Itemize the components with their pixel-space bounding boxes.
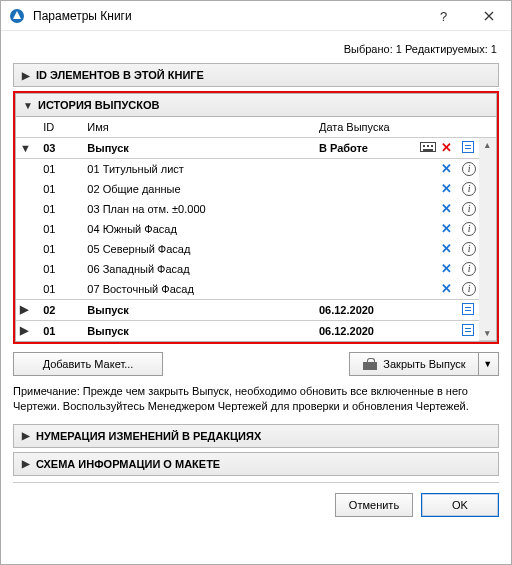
section-ids-title: ID ЭЛЕМЕНТОВ В ЭТОЙ КНИГЕ <box>36 69 204 81</box>
history-buttons: Добавить Макет... Закрыть Выпуск ▼ <box>13 352 499 376</box>
close-issue-button[interactable]: Закрыть Выпуск ▼ <box>349 352 499 376</box>
layout-row[interactable]: 01 03 План на отм. ±0.000 ✕ i <box>16 199 496 219</box>
dialog-footer: Отменить OK <box>13 482 499 517</box>
info-icon[interactable]: i <box>462 182 476 196</box>
chevron-right-icon: ▶ <box>20 430 32 441</box>
col-id[interactable]: ID <box>39 117 83 137</box>
info-icon[interactable]: i <box>462 242 476 256</box>
col-name[interactable]: Имя <box>83 117 315 137</box>
layout-row[interactable]: 01 05 Северный Фасад ✕ i <box>16 239 496 259</box>
scrollbar[interactable]: ▴ ▾ <box>479 137 496 341</box>
note-text: Примечание: Прежде чем закрыть Выпуск, н… <box>13 384 499 414</box>
section-numbering-title: НУМЕРАЦИЯ ИЗМЕНЕНИЙ В РЕДАКЦИЯХ <box>36 430 261 442</box>
scroll-up-icon[interactable]: ▴ <box>479 138 496 152</box>
section-layout-info[interactable]: ▶ СХЕМА ИНФОРМАЦИИ О МАКЕТЕ <box>13 452 499 476</box>
expand-toggle[interactable]: ▼ <box>16 137 39 158</box>
info-icon[interactable]: i <box>462 262 476 276</box>
remove-icon[interactable]: ✕ <box>441 221 452 236</box>
layout-row[interactable]: 01 06 Западный Фасад ✕ i <box>16 259 496 279</box>
chevron-right-icon: ▶ <box>20 458 32 469</box>
section-layout-info-title: СХЕМА ИНФОРМАЦИИ О МАКЕТЕ <box>36 458 220 470</box>
info-icon[interactable]: i <box>462 162 476 176</box>
history-grid: ID Имя Дата Выпуска ▼ 03 Выпуск В Работе <box>16 117 496 341</box>
layout-row[interactable]: 01 04 Южный Фасад ✕ i <box>16 219 496 239</box>
book-icon[interactable] <box>462 303 474 315</box>
remove-icon[interactable]: ✕ <box>441 140 452 155</box>
scroll-down-icon[interactable]: ▾ <box>479 326 496 340</box>
issue-row[interactable]: ▶ 01 Выпуск 06.12.2020 <box>16 320 496 341</box>
ok-button[interactable]: OK <box>421 493 499 517</box>
keyboard-icon[interactable] <box>420 142 436 152</box>
titlebar: Параметры Книги ? <box>1 1 511 31</box>
issue-id: 03 <box>39 137 83 158</box>
close-issue-dropdown[interactable]: ▼ <box>479 359 497 369</box>
layout-row[interactable]: 01 07 Восточный Фасад ✕ i <box>16 279 496 300</box>
history-header-row: ID Имя Дата Выпуска <box>16 117 496 137</box>
expand-toggle[interactable]: ▶ <box>16 320 39 341</box>
app-icon <box>9 8 25 24</box>
issue-row[interactable]: ▶ 02 Выпуск 06.12.2020 <box>16 299 496 320</box>
close-window-button[interactable] <box>466 1 511 31</box>
issue-name: Выпуск <box>83 137 315 158</box>
selection-status: Выбрано: 1 Редактируемых: 1 <box>13 37 499 63</box>
svg-text:?: ? <box>440 9 447 23</box>
info-icon[interactable]: i <box>462 202 476 216</box>
issue-row[interactable]: ▼ 03 Выпуск В Работе ✕ ▴ ▾ <box>16 137 496 158</box>
add-layout-button[interactable]: Добавить Макет... <box>13 352 163 376</box>
cancel-button[interactable]: Отменить <box>335 493 413 517</box>
section-history-title: ИСТОРИЯ ВЫПУСКОВ <box>38 99 159 111</box>
col-date[interactable]: Дата Выпуска <box>315 117 416 137</box>
remove-icon[interactable]: ✕ <box>441 161 452 176</box>
history-grid-container: ID Имя Дата Выпуска ▼ 03 Выпуск В Работе <box>15 117 497 342</box>
issue-date: В Работе <box>315 137 416 158</box>
section-numbering[interactable]: ▶ НУМЕРАЦИЯ ИЗМЕНЕНИЙ В РЕДАКЦИЯХ <box>13 424 499 448</box>
info-icon[interactable]: i <box>462 282 476 296</box>
window-title: Параметры Книги <box>33 9 421 23</box>
chevron-down-icon: ▼ <box>22 100 34 111</box>
lock-icon <box>363 358 377 370</box>
dialog-content: Выбрано: 1 Редактируемых: 1 ▶ ID ЭЛЕМЕНТ… <box>1 31 511 529</box>
info-icon[interactable]: i <box>462 222 476 236</box>
expand-toggle[interactable]: ▶ <box>16 299 39 320</box>
layout-row[interactable]: 01 01 Титульный лист ✕ i <box>16 158 496 179</box>
remove-icon[interactable]: ✕ <box>441 261 452 276</box>
remove-icon[interactable]: ✕ <box>441 241 452 256</box>
layout-row[interactable]: 01 02 Общие данные ✕ i <box>16 179 496 199</box>
book-icon[interactable] <box>462 324 474 336</box>
remove-icon[interactable]: ✕ <box>441 181 452 196</box>
section-ids[interactable]: ▶ ID ЭЛЕМЕНТОВ В ЭТОЙ КНИГЕ <box>13 63 499 87</box>
chevron-right-icon: ▶ <box>20 70 32 81</box>
remove-icon[interactable]: ✕ <box>441 201 452 216</box>
book-icon[interactable] <box>462 141 474 153</box>
help-button[interactable]: ? <box>421 1 466 31</box>
remove-icon[interactable]: ✕ <box>441 281 452 296</box>
section-history[interactable]: ▼ ИСТОРИЯ ВЫПУСКОВ <box>15 93 497 117</box>
history-highlight: ▼ ИСТОРИЯ ВЫПУСКОВ ID Имя Дата Выпуска <box>13 91 499 344</box>
